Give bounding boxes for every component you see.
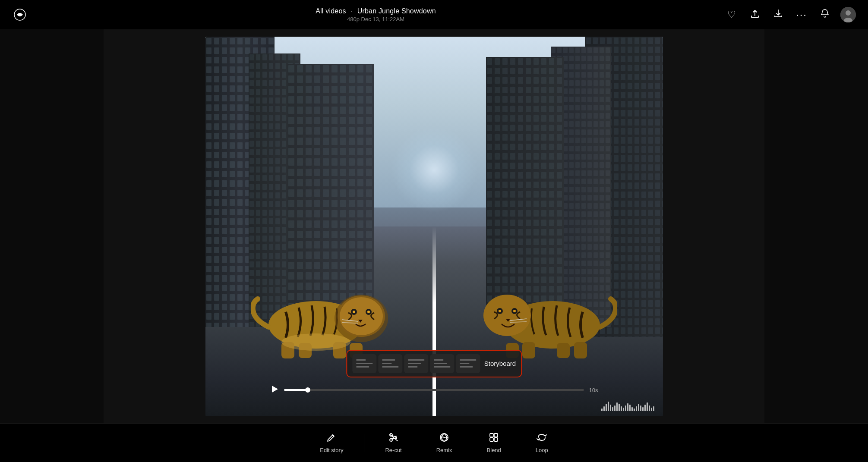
like-button[interactable]: ♡ [724, 7, 739, 22]
download-button[interactable] [770, 7, 786, 22]
svg-rect-51 [494, 434, 498, 437]
storyboard-panel: Storyboard [346, 350, 522, 377]
heart-icon: ♡ [727, 9, 736, 20]
blend-icon [489, 432, 499, 444]
loop-icon [537, 432, 547, 444]
header-actions: ♡ ··· [724, 7, 856, 22]
bottom-toolbar: Edit story Re-cut Remix [0, 423, 868, 462]
svg-point-22 [353, 311, 355, 313]
remix-button[interactable]: Remix [419, 432, 470, 453]
progress-fill [284, 389, 308, 391]
upload-icon [750, 9, 760, 21]
side-panel-left [0, 29, 104, 423]
video-title: Urban Jungle Showdown [357, 7, 436, 15]
progress-thumb [305, 387, 310, 393]
playback-bar: 10s [270, 385, 598, 396]
video-player[interactable]: Storyboard 10s [205, 37, 663, 416]
storyboard-thumb-5[interactable] [456, 354, 480, 373]
edit-story-button[interactable]: Edit story [303, 432, 360, 453]
blend-label: Blend [487, 447, 501, 453]
svg-rect-50 [490, 434, 493, 437]
header-title: All videos · Urban Jungle Showdown [316, 7, 436, 15]
bell-icon [820, 9, 830, 21]
breadcrumb-separator: · [350, 7, 353, 15]
main-content: Storyboard 10s [0, 29, 868, 423]
progress-track[interactable] [284, 389, 584, 391]
storyboard-thumb-1[interactable] [352, 354, 376, 373]
svg-rect-53 [494, 438, 498, 441]
header-center: All videos · Urban Jungle Showdown 480p … [316, 7, 436, 22]
avatar[interactable] [840, 7, 856, 22]
waveform [601, 402, 654, 411]
svg-rect-40 [557, 343, 570, 358]
svg-point-32 [483, 295, 531, 336]
toolbar-divider-1 [364, 434, 364, 452]
svg-rect-52 [490, 438, 493, 441]
svg-rect-39 [574, 342, 587, 358]
edit-story-icon [326, 432, 337, 444]
svg-marker-43 [272, 386, 278, 393]
side-panel-right [764, 29, 868, 423]
time-label: 10s [589, 387, 598, 393]
play-button[interactable] [270, 385, 279, 396]
svg-point-2 [846, 10, 851, 16]
recut-button[interactable]: Re-cut [368, 432, 419, 453]
svg-line-25 [342, 323, 358, 323]
recut-icon [388, 432, 399, 444]
more-button[interactable]: ··· [794, 7, 809, 22]
blend-button[interactable]: Blend [470, 432, 518, 453]
svg-point-19 [340, 297, 383, 335]
svg-point-30 [281, 333, 350, 351]
svg-line-38 [510, 322, 527, 322]
breadcrumb-label: All videos [316, 7, 346, 15]
download-icon [773, 9, 783, 21]
logo-icon [14, 9, 26, 21]
header: All videos · Urban Jungle Showdown 480p … [0, 0, 868, 29]
storyboard-thumb-3[interactable] [404, 354, 428, 373]
remix-label: Remix [436, 447, 452, 453]
remix-icon [439, 432, 449, 444]
vanish-glow [391, 126, 477, 213]
storyboard-thumb-2[interactable] [378, 354, 402, 373]
storyboard-thumb-4[interactable] [430, 354, 454, 373]
svg-point-36 [499, 310, 501, 312]
svg-rect-41 [522, 342, 535, 358]
notifications-button[interactable] [817, 7, 833, 22]
loop-button[interactable]: Loop [518, 432, 565, 453]
edit-story-label: Edit story [320, 447, 343, 453]
svg-point-35 [513, 310, 516, 312]
svg-point-23 [367, 311, 370, 313]
header-subtitle: 480p Dec 13, 11:22AM [347, 16, 404, 22]
more-icon: ··· [796, 9, 807, 21]
tiger-left [251, 256, 398, 359]
tiger-right [470, 256, 617, 359]
logo-button[interactable] [12, 7, 28, 22]
share-button[interactable] [747, 7, 763, 22]
loop-label: Loop [536, 447, 548, 453]
recut-label: Re-cut [385, 447, 401, 453]
storyboard-label: Storyboard [484, 360, 516, 367]
